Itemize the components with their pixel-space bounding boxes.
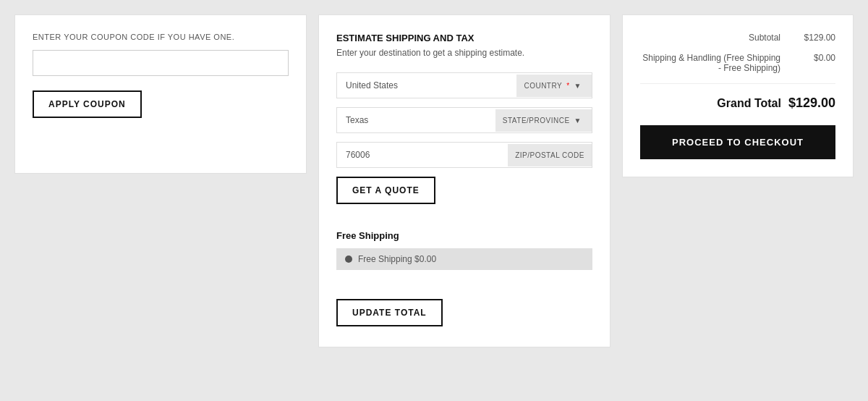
order-summary-panel: Subtotal $129.00 Shipping & Handling (Fr… xyxy=(622,14,854,177)
country-field-row: United States COUNTRY * ▼ xyxy=(336,72,592,98)
country-label-text: COUNTRY xyxy=(524,82,562,90)
summary-divider xyxy=(640,83,835,84)
free-shipping-option-label: Free Shipping $0.00 xyxy=(358,254,436,264)
apply-coupon-button[interactable]: APPLY COUPON xyxy=(33,90,142,118)
coupon-panel: ENTER YOUR COUPON CODE IF YOU HAVE ONE. … xyxy=(14,14,307,174)
state-value: Texas xyxy=(337,108,495,132)
grand-total-label: Grand Total xyxy=(717,97,781,110)
shipping-row: Shipping & Handling (Free Shipping - Fre… xyxy=(640,53,835,73)
grand-total-value: $129.00 xyxy=(788,96,835,111)
free-shipping-title: Free Shipping xyxy=(336,230,592,241)
country-value: United States xyxy=(337,73,516,98)
subtotal-row: Subtotal $129.00 xyxy=(640,33,835,43)
radio-icon xyxy=(345,256,352,263)
subtotal-value: $129.00 xyxy=(792,33,835,43)
country-required: * xyxy=(566,82,569,90)
state-field-row: Texas STATE/PROVINCE ▼ xyxy=(336,107,592,133)
shipping-subtitle: Enter your destination to get a shipping… xyxy=(336,48,592,58)
grand-total-row: Grand Total $129.00 xyxy=(640,96,835,111)
checkout-button[interactable]: PROCEED TO CHECKOUT xyxy=(640,125,835,159)
shipping-option[interactable]: Free Shipping $0.00 xyxy=(336,248,592,270)
shipping-handling-label: Shipping & Handling (Free Shipping - Fre… xyxy=(640,53,792,73)
shipping-panel: ESTIMATE SHIPPING AND TAX Enter your des… xyxy=(318,14,610,347)
state-dropdown-arrow: ▼ xyxy=(574,117,584,124)
zip-field-row: 76006 ZIP/POSTAL CODE xyxy=(336,142,592,168)
country-label[interactable]: COUNTRY * ▼ xyxy=(516,75,592,97)
country-dropdown-arrow: ▼ xyxy=(574,82,584,90)
update-total-button[interactable]: UPDATE TOTAL xyxy=(336,299,443,326)
subtotal-label: Subtotal xyxy=(640,33,792,43)
zip-label-text: ZIP/POSTAL CODE xyxy=(515,151,584,159)
zip-label: ZIP/POSTAL CODE xyxy=(508,144,592,166)
shipping-handling-value: $0.00 xyxy=(792,53,835,63)
coupon-label: ENTER YOUR COUPON CODE IF YOU HAVE ONE. xyxy=(33,33,289,41)
state-label-text: STATE/PROVINCE xyxy=(503,117,570,124)
page-container: ENTER YOUR COUPON CODE IF YOU HAVE ONE. … xyxy=(14,14,854,347)
shipping-title: ESTIMATE SHIPPING AND TAX xyxy=(336,33,592,43)
coupon-input[interactable] xyxy=(33,50,289,76)
get-quote-button[interactable]: GET A QUOTE xyxy=(336,177,435,204)
state-label[interactable]: STATE/PROVINCE ▼ xyxy=(495,109,592,132)
zip-value: 76006 xyxy=(337,143,508,167)
